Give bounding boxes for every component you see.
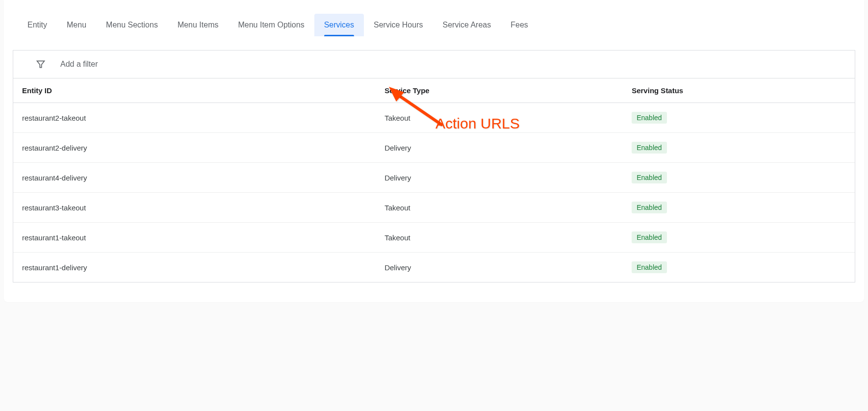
cell-serving-status: Enabled (632, 112, 846, 124)
cell-service-type: Takeout (384, 233, 632, 242)
tab-menu[interactable]: Menu (57, 14, 96, 36)
status-badge: Enabled (632, 172, 666, 183)
filter-placeholder: Add a filter (60, 60, 98, 69)
table-header-row: Entity ID Service Type Serving Status (13, 78, 855, 103)
cell-service-type: Takeout (384, 114, 632, 122)
cell-serving-status: Enabled (632, 172, 846, 183)
cell-service-type: Delivery (384, 174, 632, 182)
svg-marker-2 (37, 61, 45, 67)
page-shell: EntityMenuMenu SectionsMenu ItemsMenu It… (4, 0, 864, 302)
tab-fees[interactable]: Fees (501, 14, 538, 36)
tab-service-areas[interactable]: Service Areas (433, 14, 501, 36)
cell-entity-id: restaurant4-delivery (22, 174, 384, 182)
table-body: restaurant2-takeoutTakeoutEnabledrestaur… (13, 103, 855, 282)
cell-entity-id: restaurant2-takeout (22, 114, 384, 122)
tab-menu-sections[interactable]: Menu Sections (96, 14, 168, 36)
tab-bar: EntityMenuMenu SectionsMenu ItemsMenu It… (4, 14, 864, 36)
status-badge: Enabled (632, 112, 666, 124)
status-badge: Enabled (632, 231, 666, 243)
filter-icon (36, 59, 46, 69)
filter-bar[interactable]: Add a filter (13, 50, 855, 78)
tab-menu-items[interactable]: Menu Items (168, 14, 229, 36)
cell-serving-status: Enabled (632, 261, 846, 273)
cell-service-type: Delivery (384, 263, 632, 272)
table-row[interactable]: restaurant1-deliveryDeliveryEnabled (13, 253, 855, 282)
tab-service-hours[interactable]: Service Hours (364, 14, 433, 36)
col-serving-status[interactable]: Serving Status (632, 86, 846, 95)
cell-entity-id: restaurant1-takeout (22, 233, 384, 242)
table-row[interactable]: restaurant2-takeoutTakeoutEnabled (13, 103, 855, 133)
cell-serving-status: Enabled (632, 142, 846, 154)
tab-services[interactable]: Services (314, 14, 364, 36)
status-badge: Enabled (632, 261, 666, 273)
table-row[interactable]: restaurant1-takeoutTakeoutEnabled (13, 223, 855, 253)
status-badge: Enabled (632, 202, 666, 213)
table-row[interactable]: restaurant3-takeoutTakeoutEnabled (13, 193, 855, 223)
col-entity-id[interactable]: Entity ID (22, 86, 384, 95)
col-service-type[interactable]: Service Type (384, 86, 632, 95)
cell-entity-id: restaurant1-delivery (22, 263, 384, 272)
cell-entity-id: restaurant2-delivery (22, 144, 384, 152)
cell-service-type: Takeout (384, 204, 632, 212)
tab-menu-item-options[interactable]: Menu Item Options (228, 14, 314, 36)
table-row[interactable]: restaurant4-deliveryDeliveryEnabled (13, 163, 855, 193)
tab-entity[interactable]: Entity (18, 14, 57, 36)
table-row[interactable]: restaurant2-deliveryDeliveryEnabled (13, 133, 855, 163)
cell-serving-status: Enabled (632, 231, 846, 243)
cell-serving-status: Enabled (632, 202, 846, 213)
cell-service-type: Delivery (384, 144, 632, 152)
status-badge: Enabled (632, 142, 666, 154)
cell-entity-id: restaurant3-takeout (22, 204, 384, 212)
services-table: Entity ID Service Type Serving Status re… (13, 78, 855, 283)
